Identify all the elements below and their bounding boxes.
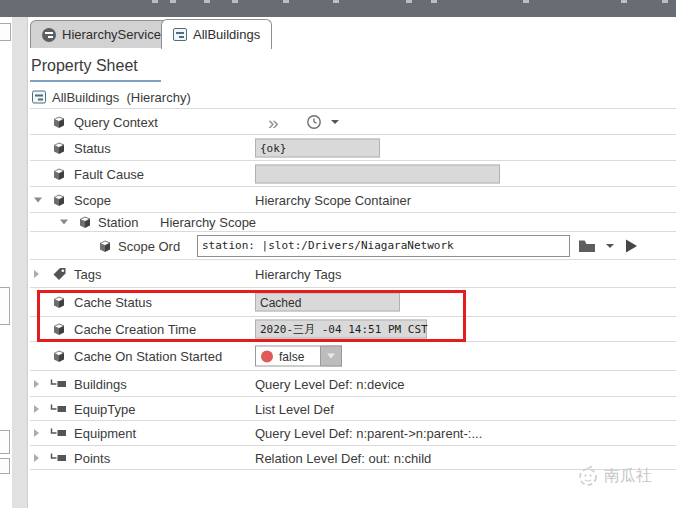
row-root[interactable]: AllBuildings (Hierarchy) [30,85,676,109]
row-status[interactable]: Status {ok} [30,135,676,161]
component-icon [52,193,66,207]
expand-actions-icon[interactable]: » [268,112,279,131]
dropdown-arrow-button[interactable] [321,346,342,367]
row-cache-on-station-started[interactable]: Cache On Station Started false [30,342,676,371]
topbar-text-fragment [283,0,289,3]
property-label: Scope [74,192,111,207]
topbar-text-fragment [170,0,176,3]
side-panel-strip [12,17,28,508]
row-tags[interactable]: Tags Hierarchy Tags [30,260,676,288]
topbar-text-fragment [152,0,158,3]
component-icon [52,349,66,363]
topbar-text-fragment [204,0,210,3]
component-icon [52,167,66,181]
property-value: Query Level Def: n:device [255,376,405,391]
row-cache-creation-time[interactable]: Cache Creation Time 2020-三月 -04 14:51 PM… [30,317,676,342]
chevron-down-icon[interactable] [606,244,614,248]
property-label: Tags [74,266,101,281]
level-def-icon [50,428,67,439]
hierarchy-icon [173,28,187,41]
property-value: Hierarchy Scope [160,215,256,230]
component-icon [52,141,66,155]
row-scope-ord[interactable]: Scope Ord station: |slot:/Drivers/Niagar… [30,232,676,260]
topbar-text-fragment [621,0,627,3]
scope-ord-input[interactable]: station: |slot:/Drivers/NiagaraNetwork [197,235,570,257]
property-value: Hierarchy Scope Container [255,192,411,207]
row-scope[interactable]: Scope Hierarchy Scope Container [30,187,676,213]
row-equip-type[interactable]: EquipType List Level Def [30,397,676,421]
watermark-text: 南瓜社 [604,466,652,487]
property-value: Query Level Def: n:parent->n:parent-:... [255,426,482,441]
property-label: Points [74,450,110,465]
property-label: Equipment [74,426,136,441]
property-label: Cache Creation Time [74,322,196,337]
row-station[interactable]: Station Hierarchy Scope [30,213,676,232]
property-label: Buildings [74,376,127,391]
hierarchy-service-icon [42,28,56,42]
component-icon [52,322,66,336]
menu-bar [0,0,676,17]
tab-hierarchy-service[interactable]: HierarchyService [30,20,173,48]
component-icon [78,215,92,229]
cutoff-panel-fragment [0,23,11,41]
topbar-text-fragment [232,0,238,3]
cache-creation-time-field: 2020-三月 -04 14:51 PM CST [255,320,427,339]
expand-triangle-icon[interactable] [34,405,39,413]
fault-cause-field [255,164,500,183]
cutoff-panel-fragment [0,287,10,325]
property-label: Cache Status [74,295,152,310]
clock-icon[interactable] [306,114,322,130]
pumpkin-logo-icon [575,465,599,487]
level-def-icon [50,403,67,414]
topbar-text-fragment [431,0,437,3]
false-status-dot-icon [261,350,273,362]
row-cache-status[interactable]: Cache Status Cached [30,288,676,317]
property-value: List Level Def [255,401,334,416]
row-equipment[interactable]: Equipment Query Level Def: n:parent->n:p… [30,421,676,446]
component-icon [52,115,66,129]
status-field: {ok} [255,138,380,157]
chevron-down-icon[interactable] [331,120,339,124]
row-fault-cause[interactable]: Fault Cause [30,161,676,187]
property-label: Query Context [74,114,158,129]
expand-triangle-icon[interactable] [34,380,39,388]
tab-label: AllBuildings [193,27,260,42]
hierarchy-icon [32,90,46,103]
watermark: 南瓜社 [575,465,652,487]
workbench-window: HierarchyService AllBuildings Property S… [0,0,676,508]
expand-triangle-icon[interactable] [34,270,39,278]
property-value: Relation Level Def: out: n:child [255,450,431,465]
tab-label: HierarchyService [62,27,161,42]
topbar-text-fragment [406,0,412,3]
expand-triangle-icon[interactable] [34,454,39,462]
boolean-value[interactable]: false [255,346,321,367]
boolean-dropdown[interactable]: false [255,346,342,367]
expand-triangle-icon[interactable] [34,429,39,437]
folder-icon[interactable] [578,239,596,253]
property-sheet: AllBuildings (Hierarchy) Query Context »… [30,85,676,470]
cutoff-panel-fragment [0,430,10,454]
collapse-triangle-icon[interactable] [60,220,68,225]
level-def-icon [50,452,67,463]
property-label: EquipType [74,401,135,416]
topbar-text-fragment [523,0,529,3]
component-icon [52,295,66,309]
topbar-text-fragment [662,0,668,3]
cache-status-field: Cached [255,293,400,312]
property-label: Station [98,215,138,230]
property-label: Cache On Station Started [74,349,222,364]
property-value: Hierarchy Tags [255,266,341,281]
root-label: AllBuildings (Hierarchy) [52,89,191,104]
title-underline [30,80,161,82]
topbar-text-fragment [333,0,339,3]
tag-icon [52,266,67,281]
row-query-context[interactable]: Query Context » [30,109,676,135]
collapse-triangle-icon[interactable] [34,197,42,202]
property-label: Fault Cause [74,166,144,181]
row-buildings[interactable]: Buildings Query Level Def: n:device [30,371,676,397]
cutoff-panel-fragment [0,458,10,474]
play-icon[interactable] [624,238,638,253]
property-label: Status [74,140,111,155]
tab-all-buildings[interactable]: AllBuildings [161,19,272,49]
property-label: Scope Ord [118,238,180,253]
